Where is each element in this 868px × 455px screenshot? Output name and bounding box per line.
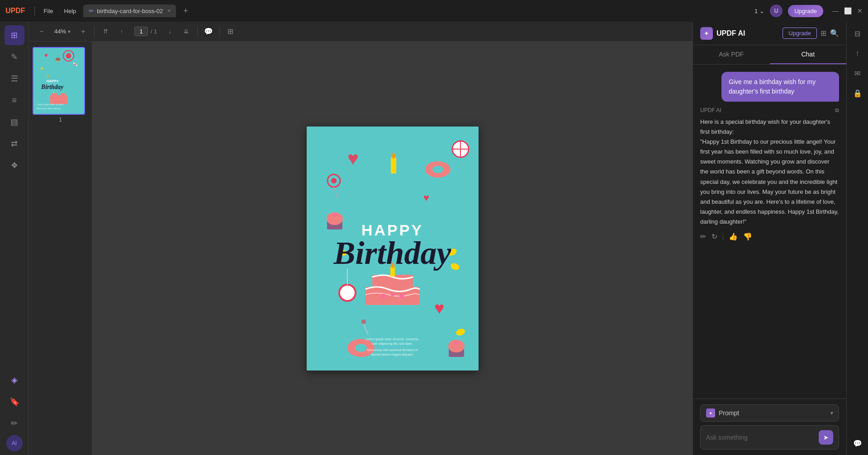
ai-tabs: Ask PDF Chat: [693, 45, 846, 65]
page-current-input[interactable]: [134, 27, 148, 36]
edit-response-icon[interactable]: ✏: [700, 232, 706, 241]
divider: [94, 27, 95, 37]
chat-icon: 💬: [853, 439, 862, 448]
upload-icon: ↑: [856, 49, 859, 57]
right-mail-button[interactable]: ✉: [849, 65, 866, 81]
thumbnail-page-1[interactable]: ♥ 🍩 ★ 🍬 ● HAPPY Birthday: [33, 47, 88, 123]
footer-line4: laoreet dolore magna aliquam.: [347, 352, 438, 357]
nav-up-button[interactable]: ↑: [114, 24, 129, 39]
zoom-display[interactable]: 44% ▾: [51, 28, 74, 35]
title-bar: UPDF File Help ✏ birthday-card-for-boss-…: [0, 0, 868, 22]
svg-point-51: [399, 294, 404, 298]
layout-button[interactable]: ⊞: [223, 24, 238, 39]
close-button[interactable]: ✕: [857, 7, 863, 14]
right-export-button[interactable]: ⊟: [849, 25, 866, 42]
comment-button[interactable]: 💬: [201, 24, 216, 39]
footer-line1: Lorem ipsum dolor sit amet, consecte-: [347, 337, 438, 342]
ai-circle-icon: AI: [12, 440, 17, 446]
zoom-out-button[interactable]: −: [34, 24, 49, 39]
svg-text:★: ★: [40, 66, 44, 71]
upgrade-button-header[interactable]: Upgrade: [788, 5, 823, 17]
tool-table[interactable]: ≡: [5, 90, 24, 110]
zoom-dropdown-arrow[interactable]: ▾: [68, 28, 71, 35]
tab-chat[interactable]: Chat: [770, 45, 847, 64]
tool-layers[interactable]: ◈: [5, 370, 24, 390]
special-icon: ❖: [11, 160, 18, 170]
app-logo: UPDF: [5, 7, 25, 15]
ai-response-block: UPDF AI ⧉ Here is a special birthday wis…: [700, 107, 839, 241]
toolbar-row: − 44% ▾ + ⇈ ↑ / 1 ↓ ⇊: [29, 22, 693, 42]
prompt-label: Prompt: [719, 409, 827, 417]
send-button[interactable]: ➤: [819, 430, 833, 445]
svg-line-44: [364, 324, 368, 334]
ai-logo: ✦: [700, 27, 713, 40]
maximize-button[interactable]: ⬜: [844, 7, 852, 14]
user-message: Give me a birthday wish for my daughter'…: [721, 72, 839, 102]
tool-pages[interactable]: ▤: [5, 112, 24, 132]
svg-text:HAPPY: HAPPY: [47, 79, 59, 83]
pdf-canvas[interactable]: ♥: [92, 42, 693, 455]
nav-down-icon: ↓: [168, 28, 171, 35]
user-avatar[interactable]: U: [770, 5, 783, 17]
svg-text:Nonummy nibh euismod: Nonummy nibh euismod: [37, 108, 61, 110]
tab-ask-pdf[interactable]: Ask PDF: [693, 45, 770, 64]
tool-bookmark[interactable]: 🔖: [5, 392, 24, 412]
right-chat-button[interactable]: 💬: [849, 435, 866, 451]
right-upload-button[interactable]: ↑: [849, 45, 866, 61]
title-bar-right: 1 ⌄ U Upgrade — ⬜ ✕: [754, 5, 863, 17]
page-indicator[interactable]: 1 ⌄: [754, 8, 764, 14]
tab-close-button[interactable]: ×: [167, 8, 171, 14]
annotate-icon: ✏: [11, 418, 18, 428]
nav-down-button[interactable]: ↓: [163, 24, 177, 39]
tool-annotate[interactable]: ✏: [5, 413, 24, 433]
chat-input[interactable]: [706, 434, 815, 441]
menu-file[interactable]: File: [40, 6, 57, 16]
zoom-in-button[interactable]: +: [76, 24, 90, 39]
thumbup-icon[interactable]: 👍: [729, 232, 738, 241]
refresh-response-icon[interactable]: ↻: [711, 232, 717, 241]
right-security-button[interactable]: 🔒: [849, 85, 866, 101]
svg-rect-21: [391, 157, 396, 174]
svg-rect-12: [61, 93, 66, 97]
list-icon: ☰: [11, 74, 18, 84]
tool-special[interactable]: ❖: [5, 155, 24, 175]
divider: [197, 27, 198, 37]
tab-birthday-card[interactable]: ✏ birthday-card-for-boss-02 ×: [83, 5, 176, 17]
tool-convert[interactable]: ⇄: [5, 134, 24, 154]
divider: [219, 27, 220, 37]
menu-help[interactable]: Help: [61, 6, 80, 16]
thumbnails-icon: ⊞: [11, 30, 18, 40]
prompt-dropdown-arrow[interactable]: ▾: [830, 410, 833, 416]
ai-response-text: Here is a special birthday wish for your…: [700, 117, 839, 227]
copy-icon[interactable]: ⧉: [835, 107, 839, 113]
tab-add-button[interactable]: +: [180, 6, 192, 16]
bookmark-icon: 🔖: [9, 397, 19, 407]
prompt-icon: ✦: [706, 408, 715, 417]
thumbnail-panel: ♥ 🍩 ★ 🍬 ● HAPPY Birthday: [29, 42, 92, 455]
tool-ai-circle[interactable]: AI: [6, 435, 23, 451]
tool-list[interactable]: ☰: [5, 69, 24, 89]
ai-header-buttons: Upgrade ⊞ 🔍: [783, 28, 839, 39]
ai-search-icon[interactable]: 🔍: [830, 29, 839, 38]
chat-area[interactable]: Give me a birthday wish for my daughter'…: [693, 65, 846, 399]
tool-thumbnails[interactable]: ⊞: [5, 25, 24, 45]
thumbdown-icon[interactable]: 👎: [743, 232, 752, 241]
footer-line3: Nonummy nibh euismod tincidunt ut: [347, 348, 438, 352]
svg-rect-11: [52, 93, 57, 97]
prompt-selector[interactable]: ✦ Prompt ▾: [700, 404, 839, 422]
card-birthday-text: Birthday: [307, 237, 479, 269]
export-icon: ⊟: [854, 29, 860, 38]
ai-header-icon[interactable]: ⊞: [821, 29, 826, 38]
svg-point-42: [455, 341, 458, 344]
layout-icon: ⊞: [228, 27, 233, 36]
tool-edit[interactable]: ✎: [5, 47, 24, 67]
minimize-button[interactable]: —: [832, 7, 839, 14]
nav-bottom-button[interactable]: ⇊: [179, 24, 194, 39]
action-divider: [723, 233, 723, 240]
upgrade-button[interactable]: Upgrade: [783, 28, 817, 39]
thumbnail-image: ♥ 🍩 ★ 🍬 ● HAPPY Birthday: [33, 47, 85, 115]
table-icon: ≡: [12, 96, 17, 105]
nav-top-button[interactable]: ⇈: [98, 24, 113, 39]
left-toolbar: ⊞ ✎ ☰ ≡ ▤ ⇄ ❖ ◈ 🔖 ✏ AI: [0, 22, 29, 455]
svg-text:♥: ♥: [434, 299, 445, 318]
